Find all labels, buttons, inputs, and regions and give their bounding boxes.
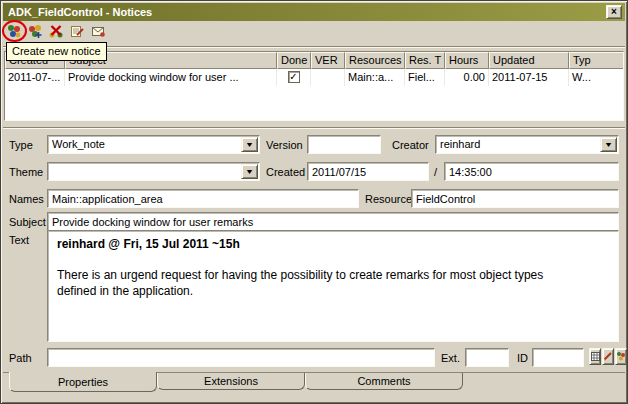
theme-dropdown-button[interactable]: ▼ — [241, 164, 258, 179]
version-label: Version — [266, 139, 303, 151]
text-entry-body: There is an urgend request for having th… — [57, 267, 581, 299]
id-label: ID — [517, 352, 528, 364]
cell-ver — [311, 69, 345, 86]
created-date-input[interactable] — [307, 162, 429, 181]
column-header-res-type[interactable]: Res. T — [405, 52, 445, 69]
mail-icon — [90, 23, 106, 42]
cell-hours: 0.00 — [445, 69, 489, 86]
creator-value: reinhard — [436, 136, 599, 153]
tab-properties[interactable]: Properties — [9, 372, 157, 392]
theme-label: Theme — [9, 166, 43, 178]
cell-subject: Provide docking window for user ... — [65, 69, 277, 86]
resource-input[interactable] — [411, 189, 619, 208]
cell-created: 2011-07-... — [5, 69, 65, 86]
theme-select[interactable]: ▼ — [47, 162, 260, 181]
new-notice-icon — [6, 23, 22, 42]
tab-extensions-label: Extensions — [204, 375, 258, 387]
table-row[interactable]: 2011-07-... Provide docking window for u… — [5, 69, 623, 86]
chevron-down-icon: ▼ — [245, 141, 254, 148]
check-icon: ✓ — [289, 72, 297, 82]
id-input[interactable] — [532, 348, 584, 367]
ext-input[interactable] — [465, 348, 509, 367]
type-select[interactable]: Work_note ▼ — [47, 135, 260, 154]
chevron-down-icon: ▼ — [604, 141, 613, 148]
tab-comments[interactable]: Comments — [305, 373, 463, 390]
done-checkbox[interactable]: ✓ — [288, 71, 300, 83]
text-entry-header: reinhard @ Fri, 15 Jul 2011 ~15h — [57, 237, 609, 251]
cell-resources: Main::a... — [345, 69, 405, 86]
create-new-notice-button[interactable] — [5, 23, 23, 41]
ext-label: Ext. — [441, 352, 460, 364]
cell-typ: W... — [569, 69, 623, 86]
column-header-hours[interactable]: Hours — [445, 52, 489, 69]
column-header-done[interactable]: Done — [277, 52, 311, 69]
names-label: Names — [9, 193, 44, 205]
resource-label: Resource — [365, 193, 412, 205]
grid-icon — [591, 349, 600, 364]
cell-updated: 2011-07-15 — [489, 69, 569, 86]
subject-input[interactable] — [47, 212, 619, 231]
send-notice-button[interactable] — [89, 23, 107, 41]
version-input[interactable] — [307, 135, 381, 154]
creator-label: Creator — [392, 139, 429, 151]
path-input[interactable] — [47, 348, 435, 367]
creator-dropdown-button[interactable]: ▼ — [600, 137, 617, 152]
subject-label: Subject — [9, 216, 46, 228]
type-label: Type — [9, 139, 33, 151]
column-header-updated[interactable]: Updated — [489, 52, 569, 69]
edit-path-button[interactable] — [602, 348, 614, 365]
created-time-input[interactable] — [444, 162, 619, 181]
close-button[interactable]: × — [606, 5, 622, 19]
path-label: Path — [9, 352, 32, 364]
column-header-typ[interactable]: Typ — [569, 52, 623, 69]
notices-grid: Created Subject Done VER Resources Res. … — [4, 51, 624, 121]
text-editor[interactable]: reinhard @ Fri, 15 Jul 2011 ~15h There i… — [47, 230, 619, 342]
open-path-button[interactable] — [589, 348, 601, 365]
text-label: Text — [9, 234, 29, 246]
grid-form-separator — [3, 127, 625, 129]
chevron-down-icon: ▼ — [245, 168, 254, 175]
notices-window: ADK_FieldControl - Notices × — [0, 0, 628, 404]
tab-properties-label: Properties — [58, 376, 108, 388]
edit-note-icon — [69, 23, 85, 42]
delete-notice-button[interactable] — [47, 23, 65, 41]
toolbar — [5, 23, 107, 43]
new-sub-notice-icon — [27, 23, 43, 42]
title-bar: ADK_FieldControl - Notices × — [3, 3, 625, 21]
created-label: Created — [266, 166, 305, 178]
cell-res-type: Fiel... — [405, 69, 445, 86]
names-input[interactable] — [47, 189, 359, 208]
close-icon: × — [611, 7, 617, 17]
creator-select[interactable]: reinhard ▼ — [435, 135, 619, 154]
date-time-separator: / — [434, 166, 437, 178]
create-sub-notice-button[interactable] — [26, 23, 44, 41]
tab-extensions[interactable]: Extensions — [157, 373, 305, 390]
window-title: ADK_FieldControl - Notices — [8, 6, 606, 18]
tab-comments-label: Comments — [357, 375, 410, 387]
column-header-resources[interactable]: Resources — [345, 52, 405, 69]
type-value: Work_note — [48, 136, 240, 153]
notice-lookup-button[interactable] — [615, 348, 627, 365]
theme-value — [48, 163, 240, 180]
tooltip: Create new notice — [6, 42, 107, 61]
edit-notice-button[interactable] — [68, 23, 86, 41]
pencil-icon — [603, 349, 613, 364]
type-dropdown-button[interactable]: ▼ — [241, 137, 258, 152]
delete-icon — [48, 23, 64, 42]
column-header-ver[interactable]: VER — [311, 52, 345, 69]
dots-icon — [616, 349, 626, 364]
cell-done: ✓ — [277, 69, 311, 86]
